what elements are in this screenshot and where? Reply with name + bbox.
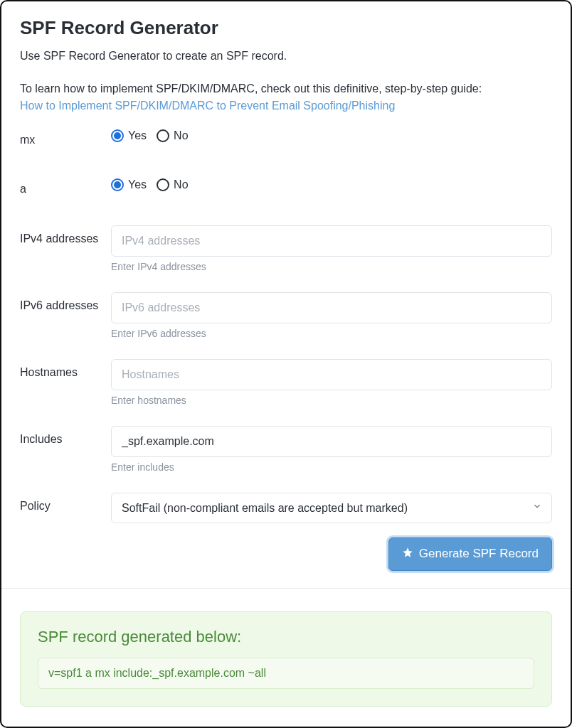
field-a: a Yes No	[20, 176, 552, 197]
radio-a-no[interactable]: No	[157, 178, 188, 191]
intro-line-2-text: To learn how to implement SPF/DKIM/DMARC…	[20, 82, 482, 95]
result-panel: SPF record generated below: v=spf1 a mx …	[20, 611, 552, 707]
intro-line-2: To learn how to implement SPF/DKIM/DMARC…	[20, 80, 552, 113]
radio-a-yes[interactable]: Yes	[111, 178, 147, 191]
radio-circle-icon	[111, 129, 124, 142]
label-hostnames: Hostnames	[20, 359, 111, 380]
radio-mx-yes-label: Yes	[128, 129, 147, 142]
field-policy: Policy SoftFail (non-compliant emails ar…	[20, 493, 552, 523]
field-ipv6: IPv6 addresses Enter IPv6 addresses	[20, 292, 552, 339]
result-output[interactable]: v=spf1 a mx include:_spf.example.com ~al…	[38, 658, 534, 689]
hostnames-input[interactable]	[111, 359, 552, 390]
section-divider	[1, 588, 571, 589]
intro-block: Use SPF Record Generator to create an SP…	[20, 48, 552, 114]
ipv4-input[interactable]	[111, 225, 552, 257]
intro-line-1: Use SPF Record Generator to create an SP…	[20, 48, 552, 64]
label-policy: Policy	[20, 493, 111, 514]
field-includes: Includes Enter includes	[20, 426, 552, 473]
field-mx: mx Yes No	[20, 127, 552, 148]
page-title: SPF Record Generator	[20, 17, 552, 39]
label-ipv4: IPv4 addresses	[20, 225, 111, 247]
action-bar: Generate SPF Record	[20, 537, 552, 571]
hostnames-help: Enter hostnames	[111, 395, 552, 406]
star-icon	[402, 547, 413, 562]
label-includes: Includes	[20, 426, 111, 447]
radio-circle-icon	[111, 178, 124, 191]
generate-button-label: Generate SPF Record	[419, 547, 539, 561]
spf-form: mx Yes No a Yes	[20, 127, 552, 571]
radio-mx-no[interactable]: No	[157, 129, 188, 142]
radio-circle-icon	[157, 178, 169, 191]
radio-group-mx: Yes No	[111, 127, 552, 142]
ipv6-help: Enter IPv6 addresses	[111, 328, 552, 339]
radio-mx-no-label: No	[174, 129, 188, 142]
result-title: SPF record generated below:	[38, 628, 534, 646]
radio-a-no-label: No	[174, 178, 188, 191]
label-a: a	[20, 176, 111, 197]
field-ipv4: IPv4 addresses Enter IPv4 addresses	[20, 225, 552, 272]
label-mx: mx	[20, 127, 111, 148]
ipv4-help: Enter IPv4 addresses	[111, 261, 552, 272]
intro-guide-link[interactable]: How to Implement SPF/DKIM/DMARC to Preve…	[20, 100, 395, 112]
label-ipv6: IPv6 addresses	[20, 292, 111, 314]
radio-mx-yes[interactable]: Yes	[111, 129, 147, 142]
policy-select[interactable]: SoftFail (non-compliant emails are accep…	[111, 493, 552, 523]
radio-group-a: Yes No	[111, 176, 552, 191]
field-hostnames: Hostnames Enter hostnames	[20, 359, 552, 406]
radio-circle-icon	[157, 129, 169, 142]
generate-button[interactable]: Generate SPF Record	[388, 537, 552, 571]
includes-help: Enter includes	[111, 461, 552, 473]
includes-input[interactable]	[111, 426, 552, 457]
ipv6-input[interactable]	[111, 292, 552, 323]
radio-a-yes-label: Yes	[128, 178, 147, 191]
